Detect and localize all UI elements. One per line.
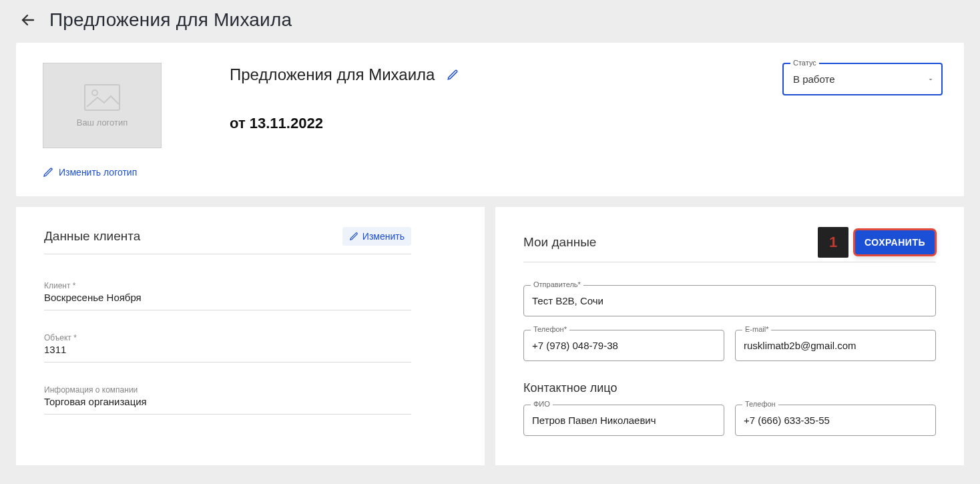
company-field-value: Торговая организация (44, 396, 411, 415)
pencil-icon (43, 167, 53, 178)
contact-phone-value: +7 (666) 633-35-55 (744, 415, 830, 426)
contact-phone-label: Телефон (742, 400, 778, 408)
object-field-label: Объект * (44, 333, 411, 342)
back-button[interactable] (19, 11, 37, 29)
step-badge: 1 (818, 227, 848, 258)
phone-input-value: +7 (978) 048-79-38 (532, 340, 618, 351)
object-field-value: 1311 (44, 344, 411, 362)
email-input[interactable]: E-mail* rusklimatb2b@gmail.com (735, 330, 936, 361)
chevron-down-icon (927, 75, 935, 83)
status-select[interactable]: Статус В работе (782, 63, 943, 95)
proposal-header-card: Ваш логотип Изменить логотип Предложения… (16, 43, 964, 196)
company-field-label: Информация о компании (44, 385, 411, 395)
logo-placeholder[interactable]: Ваш логотип (43, 63, 162, 148)
edit-title-icon[interactable] (447, 69, 459, 81)
status-select-label: Статус (790, 59, 819, 67)
client-field-value: Воскресенье Ноября (44, 292, 411, 310)
image-icon (84, 84, 120, 111)
my-data-panel: Мои данные 1 СОХРАНИТЬ Отправитель* Тест… (495, 207, 964, 465)
client-panel-title: Данные клиента (44, 229, 140, 244)
change-logo-button[interactable]: Изменить логотип (43, 167, 137, 178)
client-panel: Данные клиента Изменить Клиент * Воскрес… (16, 207, 485, 465)
my-data-title: Мои данные (523, 235, 596, 250)
contact-phone-input[interactable]: Телефон +7 (666) 633-35-55 (735, 405, 936, 436)
page-title: Предложения для Михаила (49, 9, 292, 31)
contact-name-value: Петров Павел Николаевич (532, 415, 656, 426)
edit-client-label: Изменить (362, 231, 405, 242)
sender-input-value: Тест В2В, Сочи (532, 295, 603, 306)
logo-placeholder-text: Ваш логотип (77, 117, 128, 128)
client-field-label: Клиент * (44, 281, 411, 290)
edit-client-button[interactable]: Изменить (342, 227, 411, 246)
email-input-value: rusklimatb2b@gmail.com (744, 340, 856, 351)
contact-name-label: ФИО (531, 400, 553, 408)
email-input-label: E-mail* (742, 325, 771, 333)
proposal-date: от 13.11.2022 (230, 115, 756, 132)
change-logo-label: Изменить логотип (59, 167, 137, 178)
proposal-title: Предложения для Михаила (230, 65, 435, 84)
contact-name-input[interactable]: ФИО Петров Павел Николаевич (523, 405, 724, 436)
phone-input-label: Телефон* (531, 325, 569, 333)
arrow-left-icon (20, 12, 36, 28)
svg-rect-1 (85, 85, 119, 110)
sender-input-label: Отправитель* (531, 280, 583, 288)
pencil-icon (349, 232, 358, 241)
status-select-value: В работе (793, 73, 835, 85)
contact-subheader: Контактное лицо (523, 381, 936, 395)
svg-point-2 (92, 90, 97, 95)
save-button[interactable]: СОХРАНИТЬ (854, 229, 936, 256)
phone-input[interactable]: Телефон* +7 (978) 048-79-38 (523, 330, 724, 361)
sender-input[interactable]: Отправитель* Тест В2В, Сочи (523, 285, 936, 316)
